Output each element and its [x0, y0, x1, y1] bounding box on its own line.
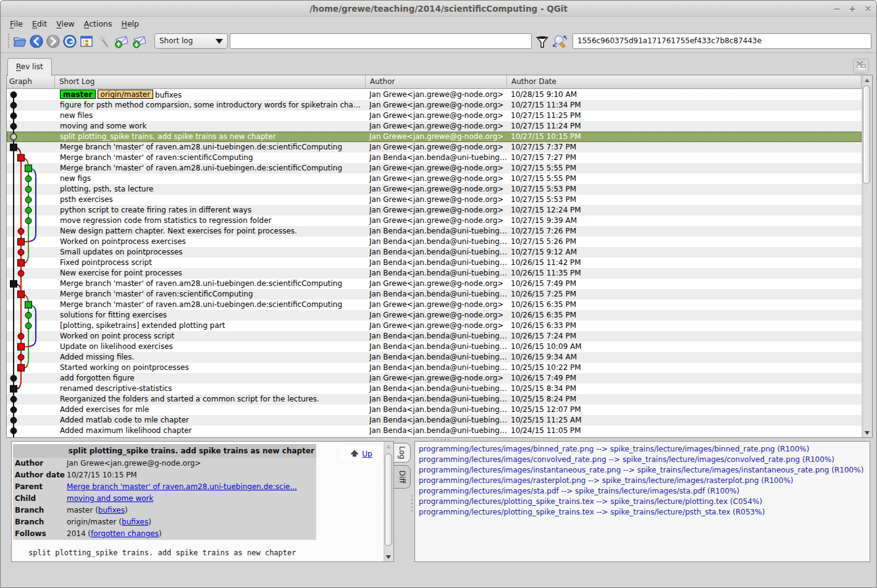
details-scrollbar-thumb[interactable] [385, 453, 392, 546]
commit-row[interactable]: Reorganized the folders and started a co… [7, 394, 862, 405]
tab-diff[interactable]: Diff [394, 465, 411, 489]
commit-row[interactable]: figure for psth method comparsion, some … [7, 100, 862, 111]
commit-row[interactable]: Added matlab code to mle chapterJan Bend… [7, 415, 862, 426]
file-row[interactable]: programming/lectures/plotting_spike_trai… [415, 497, 870, 507]
details-link[interactable]: Merge branch 'master' of raven.am28.uni-… [67, 482, 297, 491]
title-bar[interactable]: /home/grewe/teaching/2014/scientificComp… [1, 1, 876, 17]
save-patch-button[interactable] [114, 33, 130, 49]
apply-patch-button[interactable] [132, 33, 148, 49]
commit-row[interactable]: masterorigin/masterbufixesJan Grewe<jan.… [7, 90, 862, 100]
commit-row[interactable]: Small updates on pointprocessesJan Benda… [7, 247, 862, 258]
cell-short-log: Merge branch 'master' of raven.am28.uni-… [60, 300, 367, 310]
commit-row[interactable]: plotting, psth, sta lectureJan Grewe<jan… [7, 184, 862, 195]
commit-row[interactable]: Started working on pointprocessesJan Ben… [7, 363, 862, 373]
column-header-author-date[interactable]: Author Date [507, 75, 862, 88]
cell-author: Jan Benda<jan.benda@uni-tuebing… [369, 415, 509, 426]
view-mode-select[interactable]: Short log [154, 33, 228, 49]
column-header-graph[interactable]: Graph [7, 75, 55, 88]
commit-row[interactable]: New exercise for point processesJan Bend… [7, 268, 862, 279]
close-tab-button[interactable] [853, 59, 869, 74]
commit-row[interactable]: Worked on pointprocess exercisesJan Bend… [7, 237, 862, 247]
file-row[interactable]: programming/lectures/images/rasterplot.p… [415, 476, 870, 486]
menu-edit[interactable]: Edit [28, 18, 51, 30]
tab-rev-list[interactable]: Rev list [7, 58, 52, 76]
commit-row[interactable]: python script to create firing rates in … [7, 205, 862, 216]
commit-row[interactable]: Merge branch 'master' of raven.am28.uni-… [7, 142, 862, 153]
details-field-author-date: Author date10/27/15 10:15 PM [13, 469, 316, 481]
commit-row[interactable]: new filesJan Grewe<jan.grewe@g-node.org>… [7, 111, 862, 121]
commit-row[interactable]: renamed descriptive-statisticsJan Benda<… [7, 384, 862, 394]
table-scrollbar[interactable] [862, 75, 872, 437]
highlight-wand-button[interactable] [96, 33, 112, 49]
cell-author: Jan Benda<jan.benda@uni-tuebing… [369, 289, 509, 300]
scroll-down-button[interactable] [384, 552, 393, 561]
vertical-splitter-handle[interactable] [411, 495, 413, 497]
commit-row[interactable]: moving and some workJan Grewe<jan.grewe@… [7, 121, 862, 132]
commit-row[interactable]: split plotting_spike trains. add spike t… [7, 132, 862, 142]
cell-author-date: 10/25/15 8:24 PM [511, 394, 857, 405]
open-repository-button[interactable] [12, 33, 28, 49]
close-button[interactable]: ✕ [863, 4, 873, 14]
commit-node [18, 364, 25, 371]
scroll-down-button[interactable] [862, 428, 872, 437]
commit-row[interactable]: Merge branch 'master' of raven.am28.uni-… [7, 300, 862, 310]
details-link[interactable]: bufixes [122, 518, 148, 526]
column-header-short-log[interactable]: Short Log [55, 75, 366, 88]
sha-input[interactable]: 1556c960375d91a171761755ef433c7b8c87443e [573, 33, 871, 49]
commit-row[interactable]: [plotting, spiketrains] extended plottin… [7, 321, 862, 331]
details-link[interactable]: forgotten changes [91, 529, 159, 538]
tab-log[interactable]: Log [394, 443, 411, 463]
commit-row[interactable]: Worked on point process scriptJan Benda<… [7, 331, 862, 342]
up-link[interactable]: Up [362, 450, 372, 458]
filter-tree-button[interactable] [534, 33, 550, 49]
commit-node [10, 376, 17, 382]
commit-row[interactable]: Added exercises for mleJan Benda<jan.ben… [7, 405, 862, 415]
commit-row[interactable]: Added maximum likelihood chapterJan Bend… [7, 426, 862, 436]
details-label: Author date [15, 469, 65, 481]
file-row[interactable]: programming/lectures/images/sta.pdf --> … [415, 486, 870, 497]
minimize-button[interactable]: − [832, 4, 842, 14]
back-button[interactable] [28, 33, 44, 49]
commit-row[interactable]: Merge branch 'master' of raven.am28.uni-… [7, 163, 862, 174]
scroll-up-button[interactable] [862, 75, 872, 85]
commit-row[interactable]: Update on likelihood exercisesJan Benda<… [7, 342, 862, 352]
up-link-block: Up [340, 447, 382, 461]
commit-row[interactable]: psth exercisesJan Grewe<jan.grewe@g-node… [7, 195, 862, 205]
commit-row[interactable]: Merge branch 'master' of raven:scientifi… [7, 289, 862, 300]
search-input[interactable] [230, 33, 532, 49]
file-row[interactable]: programming/lectures/images/instantaneou… [415, 465, 870, 476]
menu-help[interactable]: Help [117, 18, 144, 30]
home-head-button[interactable] [62, 33, 78, 49]
commit-row[interactable]: solutions for fitting exercisesJan Grewe… [7, 310, 862, 321]
toolbar-drag-handle[interactable] [8, 34, 10, 49]
details-link[interactable]: bufixes [98, 506, 125, 514]
file-row[interactable]: programming/lectures/images/binned_rate.… [415, 444, 870, 455]
commit-row[interactable]: new figsJan Grewe<jan.grewe@g-node.org>1… [7, 174, 862, 184]
toggle-tree-view-button[interactable] [78, 33, 94, 49]
details-scrollbar[interactable] [384, 442, 393, 561]
menu-view[interactable]: View [52, 18, 79, 30]
graph-edge [24, 339, 36, 347]
commit-row[interactable]: Added missing files.Jan Benda<jan.benda@… [7, 352, 862, 363]
file-row[interactable]: programming/lectures/plotting_spike_trai… [415, 507, 870, 518]
commit-node [10, 92, 17, 98]
commit-row[interactable]: add forgotten figureJan Grewe<jan.grewe@… [7, 373, 862, 384]
commit-row[interactable]: Merge branch 'master' of raven.am28.uni-… [7, 279, 862, 289]
horizontal-splitter-handle[interactable] [434, 439, 435, 440]
menu-actions[interactable]: Actions [80, 18, 117, 30]
file-row[interactable]: programming/lectures/images/convolved_ra… [415, 455, 870, 465]
arrow-down-icon [865, 431, 870, 435]
column-header-author[interactable]: Author [366, 75, 507, 88]
forward-button[interactable] [45, 33, 61, 49]
table-scrollbar-thumb[interactable] [863, 85, 870, 184]
commit-row[interactable]: Fixed pointprocess scriptJan Benda<jan.b… [7, 258, 862, 268]
highlight-search-button[interactable] [552, 33, 568, 49]
maximize-button[interactable]: + [847, 4, 857, 14]
commit-row[interactable]: New design pattern chapter. Next exercis… [7, 226, 862, 237]
scroll-up-button[interactable] [384, 442, 393, 451]
details-link[interactable]: moving and some work [67, 494, 153, 503]
commit-row[interactable]: move regression code from statistics to … [7, 216, 862, 226]
menu-file[interactable]: File [6, 18, 27, 30]
details-label: Branch [15, 516, 44, 528]
commit-row[interactable]: Merge branch 'master' of raven:scientifi… [7, 153, 862, 163]
